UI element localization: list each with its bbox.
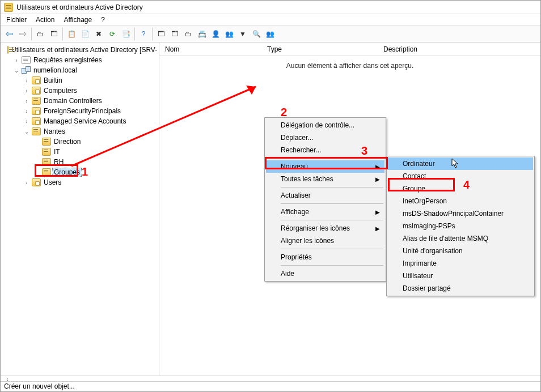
scroll-left-icon[interactable]: ‹ bbox=[1, 376, 14, 381]
up-button[interactable]: 🗀 bbox=[34, 28, 47, 40]
menu-view[interactable]: Affichage bbox=[64, 16, 92, 24]
submenu-inetorgperson[interactable]: InetOrgPerson bbox=[388, 195, 533, 207]
ou-icon bbox=[42, 148, 51, 156]
tree-it[interactable]: ›IT bbox=[33, 147, 159, 157]
context-submenu-new: Ordinateur Contact Groupe InetOrgPerson … bbox=[386, 156, 535, 296]
menu-delegation[interactable]: Délégation de contrôle... bbox=[266, 119, 384, 131]
menu-separator bbox=[281, 187, 383, 188]
ou-icon bbox=[42, 158, 51, 166]
tree-nantes[interactable]: ⌄Nantes bbox=[23, 126, 159, 137]
tree-builtin[interactable]: ›Builtin bbox=[23, 75, 159, 86]
group-icon: 👥 bbox=[225, 30, 234, 38]
submenu-msds[interactable]: msDS-ShadowPrincipalContainer bbox=[388, 207, 533, 220]
new-group-button[interactable]: 👥 bbox=[223, 28, 235, 40]
tree-rh[interactable]: ›RH bbox=[33, 157, 159, 167]
menu-move[interactable]: Déplacer... bbox=[266, 131, 384, 144]
status-bar: ‹ Créer un nouvel objet... bbox=[1, 376, 540, 391]
tree-pane[interactable]: ▾Utilisateurs et ordinateurs Active Dire… bbox=[1, 42, 159, 376]
submenu-msimaging[interactable]: msImaging-PSPs bbox=[388, 220, 533, 232]
menu-help[interactable]: ? bbox=[101, 16, 105, 24]
tree-fsp[interactable]: ›ForeignSecurityPrincipals bbox=[23, 106, 159, 116]
arrow-right-icon: ⇨ bbox=[19, 28, 27, 39]
ou-icon bbox=[32, 127, 41, 135]
submenu-printer[interactable]: Imprimante bbox=[388, 257, 533, 270]
list-header: Nom Type Description bbox=[159, 42, 540, 56]
col-description[interactable]: Description bbox=[378, 42, 424, 56]
domain-icon bbox=[22, 66, 31, 74]
submenu-arrow-icon: ▶ bbox=[375, 176, 380, 182]
tree-direction[interactable]: ›Direction bbox=[33, 137, 159, 147]
generic-icon: 📇 bbox=[198, 30, 206, 38]
find-button[interactable]: 🔍 bbox=[250, 28, 263, 40]
back-button[interactable]: ⇦ bbox=[3, 28, 15, 40]
tree-groupes[interactable]: ›Groupes bbox=[33, 167, 159, 177]
list-pane[interactable]: Nom Type Description Aucun élément à aff… bbox=[159, 42, 540, 376]
menu-action[interactable]: Action bbox=[36, 16, 54, 24]
tree-users[interactable]: ›Users bbox=[23, 177, 159, 188]
tree-root[interactable]: ▾Utilisateurs et ordinateurs Active Dire… bbox=[3, 45, 159, 55]
menu-separator bbox=[281, 203, 383, 204]
folder-icon bbox=[32, 107, 41, 115]
ou-icon bbox=[32, 97, 41, 105]
toolbar-separator bbox=[31, 28, 32, 40]
tree-domain[interactable]: ⌄numelion.local bbox=[13, 65, 159, 75]
menu-separator bbox=[281, 220, 383, 220]
generic-icon: 🗔 bbox=[171, 30, 178, 38]
submenu-shared-folder[interactable]: Dossier partagé bbox=[388, 282, 533, 295]
filter-button[interactable]: ▼ bbox=[236, 28, 249, 40]
col-type[interactable]: Type bbox=[261, 42, 378, 56]
export-icon: 📑 bbox=[122, 30, 130, 38]
refresh-button[interactable]: ⟳ bbox=[106, 28, 119, 40]
menu-help[interactable]: Aide bbox=[266, 267, 384, 280]
tool-btn-3[interactable]: 🗀 bbox=[182, 28, 195, 40]
tree-msa[interactable]: ›Managed Service Accounts bbox=[23, 116, 159, 126]
menu-display[interactable]: Affichage▶ bbox=[266, 206, 384, 218]
col-nom[interactable]: Nom bbox=[159, 42, 261, 56]
tree-domain-controllers[interactable]: ›Domain Controllers bbox=[23, 96, 159, 106]
main-split: ▾Utilisateurs et ordinateurs Active Dire… bbox=[1, 42, 540, 376]
toolbar-separator bbox=[152, 28, 153, 40]
folder-up-icon: 🗀 bbox=[37, 30, 44, 38]
delete-button[interactable]: ✖ bbox=[92, 28, 105, 40]
tool-btn-1[interactable]: 🗔 bbox=[155, 28, 167, 40]
menu-search[interactable]: Rechercher... bbox=[266, 144, 384, 156]
saved-queries-icon bbox=[22, 56, 31, 64]
submenu-computer[interactable]: Ordinateur bbox=[388, 157, 533, 170]
tree-saved-queries[interactable]: ›Requêtes enregistrées bbox=[13, 55, 159, 65]
refresh-icon: ⟳ bbox=[109, 30, 115, 38]
show-hide-tree-button[interactable]: 🗔 bbox=[48, 28, 60, 40]
menu-new[interactable]: Nouveau▶ bbox=[266, 160, 384, 173]
forward-button[interactable]: ⇨ bbox=[16, 28, 29, 40]
tree-pane-icon: 🗔 bbox=[50, 30, 57, 38]
new-user-button[interactable]: 👤 bbox=[209, 28, 222, 40]
menu-all-tasks[interactable]: Toutes les tâches▶ bbox=[266, 173, 384, 185]
help-icon: ? bbox=[142, 30, 146, 38]
submenu-contact[interactable]: Contact bbox=[388, 170, 533, 182]
app-icon bbox=[7, 46, 9, 54]
submenu-group[interactable]: Groupe bbox=[388, 182, 533, 195]
menu-properties[interactable]: Propriétés bbox=[266, 251, 384, 263]
menu-separator bbox=[281, 265, 383, 266]
find-icon: 🔍 bbox=[252, 30, 261, 38]
generic-icon: 🗔 bbox=[158, 30, 164, 38]
user-icon: 👤 bbox=[212, 30, 220, 38]
submenu-user[interactable]: Utilisateur bbox=[388, 270, 533, 282]
submenu-ou[interactable]: Unité d'organisation bbox=[388, 245, 533, 257]
submenu-arrow-icon: ▶ bbox=[375, 209, 380, 215]
help-button[interactable]: ? bbox=[137, 28, 150, 40]
menu-align-icons[interactable]: Aligner les icônes bbox=[266, 235, 384, 247]
add-to-group-button[interactable]: 👥 bbox=[264, 28, 276, 40]
submenu-msmq[interactable]: Alias de file d'attente MSMQ bbox=[388, 232, 533, 245]
menu-refresh[interactable]: Actualiser bbox=[266, 189, 384, 202]
tree-computers[interactable]: ›Computers bbox=[23, 86, 159, 96]
menu-arrange-icons[interactable]: Réorganiser les icônes▶ bbox=[266, 222, 384, 235]
tool-btn-2[interactable]: 🗔 bbox=[168, 28, 181, 40]
cut-button[interactable]: 📋 bbox=[65, 28, 78, 40]
properties-button[interactable]: 📄 bbox=[79, 28, 91, 40]
export-button[interactable]: 📑 bbox=[120, 28, 132, 40]
window-title: Utilisateurs et ordinateurs Active Direc… bbox=[16, 3, 143, 11]
menu-file[interactable]: Fichier bbox=[6, 16, 27, 24]
folder-icon bbox=[32, 178, 41, 186]
menu-separator bbox=[281, 158, 383, 159]
tool-btn-4[interactable]: 📇 bbox=[196, 28, 208, 40]
